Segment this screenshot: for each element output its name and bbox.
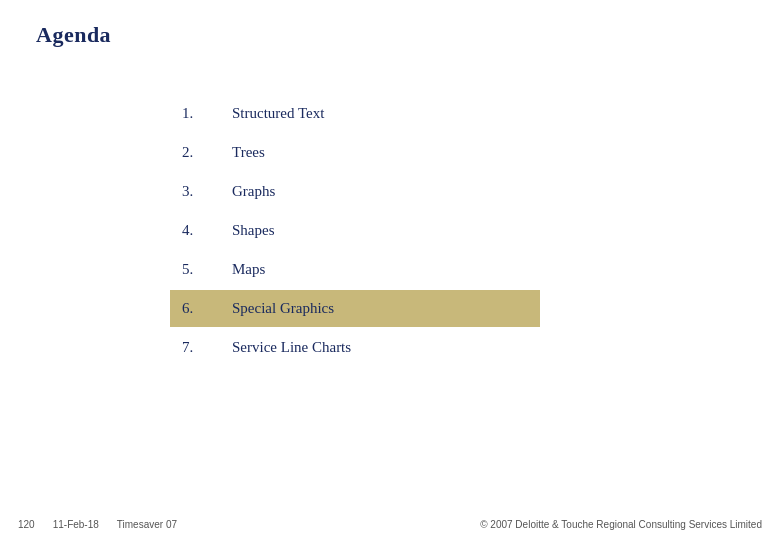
page-number: 120 xyxy=(18,519,35,530)
item-label-5: Maps xyxy=(232,261,265,278)
page-title: Agenda xyxy=(36,22,111,48)
agenda-item-2: 2.Trees xyxy=(170,134,540,171)
item-number-5: 5. xyxy=(182,261,232,278)
agenda-list: 1.Structured Text2.Trees3.Graphs4.Shapes… xyxy=(170,95,540,368)
agenda-item-7: 7.Service Line Charts xyxy=(170,329,540,366)
footer-left: 120 11-Feb-18 Timesaver 07 xyxy=(18,519,177,530)
footer-date: 11-Feb-18 xyxy=(53,519,99,530)
agenda-item-1: 1.Structured Text xyxy=(170,95,540,132)
agenda-item-3: 3.Graphs xyxy=(170,173,540,210)
item-number-2: 2. xyxy=(182,144,232,161)
footer-copyright: © 2007 Deloitte & Touche Regional Consul… xyxy=(480,519,762,530)
item-number-6: 6. xyxy=(182,300,232,317)
item-number-7: 7. xyxy=(182,339,232,356)
agenda-item-6: 6.Special Graphics xyxy=(170,290,540,327)
item-number-1: 1. xyxy=(182,105,232,122)
item-label-7: Service Line Charts xyxy=(232,339,351,356)
item-label-4: Shapes xyxy=(232,222,275,239)
footer-timesaver: Timesaver 07 xyxy=(117,519,177,530)
agenda-item-5: 5.Maps xyxy=(170,251,540,288)
agenda-item-4: 4.Shapes xyxy=(170,212,540,249)
item-label-1: Structured Text xyxy=(232,105,324,122)
item-label-2: Trees xyxy=(232,144,265,161)
footer: 120 11-Feb-18 Timesaver 07 © 2007 Deloit… xyxy=(0,519,780,530)
item-number-4: 4. xyxy=(182,222,232,239)
item-label-3: Graphs xyxy=(232,183,275,200)
item-label-6: Special Graphics xyxy=(232,300,334,317)
item-number-3: 3. xyxy=(182,183,232,200)
